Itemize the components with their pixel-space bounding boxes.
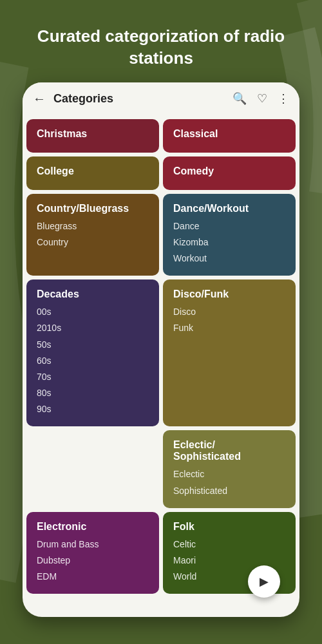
phone-frame: ← Categories 🔍 ♡ ⋮ Christmas Classical C… — [23, 82, 299, 618]
category-dance[interactable]: Dance/Workout DanceKizombaWorkout — [163, 194, 296, 276]
more-icon[interactable]: ⋮ — [278, 91, 289, 106]
category-decades[interactable]: Decades 00s2010s50s60s70s80s90s — [26, 279, 159, 426]
app-bar-title: Categories — [53, 92, 232, 106]
fab-icon: ▶ — [260, 574, 269, 589]
back-button[interactable]: ← — [33, 91, 46, 106]
category-comedy[interactable]: Comedy — [163, 156, 296, 190]
page-header: Curated categorization of radio stations — [0, 0, 322, 82]
category-electronic[interactable]: Electronic Drum and BassDubstepEDM — [26, 512, 159, 594]
category-eclectic[interactable]: Eclectic/Sophisticated EclecticSophistic… — [163, 430, 296, 507]
app-bar-actions: 🔍 ♡ ⋮ — [232, 91, 289, 106]
favorite-icon[interactable]: ♡ — [257, 91, 267, 106]
categories-grid: Christmas Classical College Comedy Count… — [23, 115, 299, 598]
category-classical[interactable]: Classical — [163, 119, 296, 153]
search-icon[interactable]: 🔍 — [232, 91, 247, 106]
page-title: Curated categorization of radio stations — [26, 26, 296, 70]
category-college[interactable]: College — [26, 156, 159, 190]
category-country[interactable]: Country/Bluegrass BluegrassCountry — [26, 194, 159, 276]
category-disco[interactable]: Disco/Funk DiscoFunk — [163, 279, 296, 426]
category-christmas[interactable]: Christmas — [26, 119, 159, 153]
app-bar: ← Categories 🔍 ♡ ⋮ — [23, 82, 299, 115]
